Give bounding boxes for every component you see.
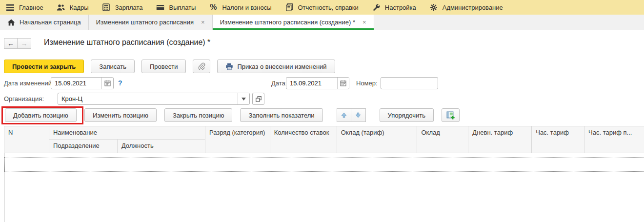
calendar-icon[interactable] xyxy=(337,78,349,89)
post-button[interactable]: Провести xyxy=(141,60,186,73)
tab-label: Начальная страница xyxy=(20,19,81,26)
menu-item-label: Администрирование xyxy=(443,4,503,11)
date-input[interactable] xyxy=(286,78,337,89)
save-button[interactable]: Записать xyxy=(91,60,135,73)
menu-item-taxes[interactable]: % Налоги и взносы xyxy=(209,3,271,12)
menu-item-label: Зарплата xyxy=(115,4,143,11)
menu-item-payments[interactable]: Выплаты xyxy=(156,3,196,12)
tab-label: Изменения штатного расписания xyxy=(96,19,194,26)
menu-item-salary[interactable]: Зарплата xyxy=(102,3,143,12)
date-label: Дата: xyxy=(271,80,287,87)
dates-row: Дата изменений: ? Дата: Номер: xyxy=(0,77,644,90)
gear-icon xyxy=(429,3,438,12)
arrow-up-icon xyxy=(341,112,347,119)
form-toolbar: Провести и закрыть Записать Провести При… xyxy=(4,60,335,73)
app-window: Главное Кадры Зарплата Выплаты % Налоги … xyxy=(0,0,644,222)
print-order-label: Приказ о внесении изменений xyxy=(237,63,326,70)
name-subcolumns: Подразделение Должность xyxy=(49,140,205,153)
menu-item-label: Кадры xyxy=(70,4,89,11)
report-icon xyxy=(285,3,294,12)
calendar-icon[interactable] xyxy=(101,78,113,89)
menu-item-label: Налоги и взносы xyxy=(222,4,271,11)
tab-bar: Начальная страница Изменения штатного ра… xyxy=(0,15,644,30)
number-label: Номер: xyxy=(356,80,378,87)
print-order-button[interactable]: Приказ о внесении изменений xyxy=(217,60,335,73)
organization-field xyxy=(58,93,250,105)
menu-item-reports[interactable]: Отчетность, справки xyxy=(285,3,359,12)
change-form-button[interactable] xyxy=(442,108,460,122)
column-header-name[interactable]: Наименование xyxy=(49,126,205,140)
menu-item-hr[interactable]: Кадры xyxy=(57,3,89,12)
open-organization-button[interactable] xyxy=(252,93,264,105)
wrench-icon xyxy=(372,3,381,12)
table-add-icon xyxy=(446,111,455,120)
change-date-field xyxy=(51,77,114,89)
move-row-buttons xyxy=(337,108,366,122)
move-up-button[interactable] xyxy=(337,108,351,122)
number-field xyxy=(381,77,438,89)
date-field xyxy=(286,77,349,89)
menu-item-label: Выплаты xyxy=(169,4,196,11)
positions-toolbar: Добавить позицию Изменить позицию Закрыт… xyxy=(5,108,460,122)
column-header-day-tariff[interactable]: Дневн. тариф xyxy=(468,126,532,153)
column-group-name: Наименование Подразделение Должность xyxy=(49,126,205,153)
column-header-n[interactable]: N xyxy=(4,126,49,153)
add-position-button[interactable]: Добавить позицию xyxy=(5,108,77,122)
column-header-position[interactable]: Должность xyxy=(118,140,205,153)
tab-staff-change-new[interactable]: Изменение штатного расписания (создание)… xyxy=(213,15,374,30)
column-header-rate-count[interactable]: Количество ставок xyxy=(270,126,337,153)
hamburger-icon xyxy=(6,3,15,12)
menu-item-administration[interactable]: Администрирование xyxy=(429,3,503,12)
help-link[interactable]: ? xyxy=(118,79,122,87)
positions-table-header: N Наименование Подразделение Должность Р… xyxy=(4,126,644,153)
calculator-icon xyxy=(102,3,111,12)
close-icon[interactable]: × xyxy=(362,19,366,26)
post-and-close-button[interactable]: Провести и закрыть xyxy=(4,60,84,73)
positions-table-body xyxy=(4,153,644,222)
sort-button[interactable]: Упорядочить xyxy=(380,108,434,122)
column-header-hour-tariff-2[interactable]: Час. тариф п... xyxy=(584,126,644,153)
close-position-button[interactable]: Закрыть позицию xyxy=(164,108,233,122)
organization-label: Организация: xyxy=(4,95,44,102)
page-title: Изменение штатного расписания (создание)… xyxy=(44,38,210,47)
history-nav: ← → xyxy=(4,38,31,49)
paperclip-icon xyxy=(198,62,205,70)
arrow-down-icon xyxy=(355,112,362,119)
home-icon xyxy=(7,19,15,26)
close-icon[interactable]: × xyxy=(201,19,205,26)
column-header-salary[interactable]: Оклад xyxy=(417,126,468,153)
tab-label: Изменение штатного расписания (создание)… xyxy=(220,19,355,26)
change-date-label: Дата изменений: xyxy=(4,80,54,87)
chevron-down-icon[interactable] xyxy=(238,93,249,104)
column-header-hour-tariff[interactable]: Час. тариф xyxy=(532,126,584,153)
edit-position-button[interactable]: Изменить позицию xyxy=(84,108,157,122)
card-icon xyxy=(156,3,165,12)
fill-indicators-button[interactable]: Заполнить показатели xyxy=(240,108,322,122)
menu-item-settings[interactable]: Настройка xyxy=(372,3,416,12)
main-menubar: Главное Кадры Зарплата Выплаты % Налоги … xyxy=(0,0,644,15)
empty-selected-row[interactable] xyxy=(4,157,644,172)
back-button[interactable]: ← xyxy=(4,38,18,49)
percent-icon: % xyxy=(209,3,218,12)
change-date-input[interactable] xyxy=(51,78,101,89)
tab-home[interactable]: Начальная страница xyxy=(0,15,89,30)
move-down-button[interactable] xyxy=(351,108,366,122)
menu-item-main[interactable]: Главное xyxy=(6,3,43,12)
column-header-salary-tariff[interactable]: Оклад (тариф) xyxy=(337,126,418,153)
organization-row: Организация: xyxy=(0,93,644,105)
tab-staff-changes-list[interactable]: Изменения штатного расписания × xyxy=(89,15,213,30)
menu-item-label: Главное xyxy=(19,4,43,11)
organization-input[interactable] xyxy=(58,93,238,104)
menu-item-label: Настройка xyxy=(385,4,416,11)
forward-button[interactable]: → xyxy=(18,38,31,49)
menu-item-label: Отчетность, справки xyxy=(298,4,359,11)
column-header-department[interactable]: Подразделение xyxy=(49,140,118,153)
open-in-window-icon xyxy=(255,96,262,102)
attachments-button[interactable] xyxy=(193,60,210,73)
printer-icon xyxy=(225,63,233,70)
number-input[interactable] xyxy=(381,78,438,89)
people-icon xyxy=(57,3,65,12)
column-header-grade[interactable]: Разряд (категория) xyxy=(205,126,270,153)
